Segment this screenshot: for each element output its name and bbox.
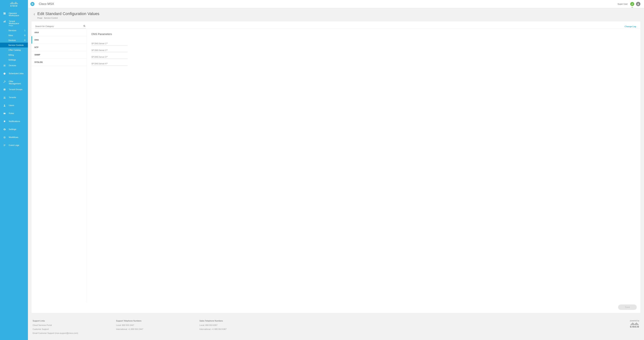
logs-icon [3,144,6,147]
footer-support-link-0[interactable]: Cloud Services Portal [33,324,105,326]
product-title: Cisco MSX [39,2,54,6]
sidebar-sub-item-devices-sub[interactable]: Devices0 [0,38,28,42]
svg-point-13 [4,97,4,97]
footer-sales-tel-1: International: +1 800 553 6387 [200,328,272,330]
back-button[interactable] [33,12,36,16]
sidebar-item-offer-management[interactable]: Offer Management [0,78,28,86]
dns-field-1[interactable]: SP DNS Server 1:* [92,42,128,45]
menu-icon [3,64,6,67]
field-label: SP DNS Server 4: [92,62,106,65]
svg-rect-0 [4,12,4,13]
sidebar-item-operator-workspace[interactable]: Operator Workspace [0,10,28,18]
category-item-dns[interactable]: DNS [32,36,87,44]
sidebar-item-roles[interactable]: Roles [0,110,28,118]
sidebar-item-label: Roles [9,112,26,114]
save-button[interactable]: Save [618,305,637,310]
hamburger-icon [31,3,34,5]
required-asterisk: * [106,42,107,44]
tools-icon [3,80,6,83]
sidebar-sub-item-label: Offer Catalog [8,49,21,51]
powered-brand: CISCO [630,325,639,328]
footer-support-tel-title: Support Telephone Numbers [116,320,188,322]
sidebar-item-settings[interactable]: Settings [0,126,28,134]
field-label: SP DNS Server 3: [92,56,106,58]
required-asterisk: * [106,56,107,58]
sidebar-item-users[interactable]: Users [0,102,28,110]
status-indicator[interactable] [630,2,634,6]
topbar: Cisco MSX Super User [28,0,644,8]
crumb-section[interactable]: Service Control [44,17,58,19]
sidebar-sub-item-badge: 0 [24,39,26,41]
footer-support-link-2[interactable]: Email Customer Support (msx-support@cisc… [33,332,105,334]
category-item-aaa[interactable]: AAA [32,29,87,36]
svg-point-12 [4,89,5,90]
sidebar-item-label: Notifications [9,120,26,122]
required-asterisk: * [106,49,107,51]
required-asterisk: * [106,62,107,65]
sidebar-item-workflows[interactable]: Workflows [0,134,28,142]
footer-support-tel: Support Telephone Numbers Local: 800 553… [116,320,188,336]
category-item-snmp[interactable]: SNMP [32,51,87,58]
field-label: SP DNS Server 2: [92,49,106,51]
sidebar-sub-item-offer-catalog[interactable]: Offer Catalog [0,47,28,52]
dashboard-icon [3,12,6,15]
sidebar-item-devices[interactable]: Devices [0,62,28,70]
sidebar-sub-item-services[interactable]: Services1 [0,28,28,33]
main: Cisco MSX Super User Edit Standard Confi… [28,0,644,340]
page-header: Edit Standard Configuration Values Pespi… [28,8,644,21]
sidebar-item-label: Tenant Groups [9,88,26,90]
sidebar-item-sublabel: Pespi [9,24,26,26]
footer-support-tel-0: Local: 800 553 2447 [116,324,188,326]
sidebar-item-scheduled-jobs[interactable]: Scheduled Jobs [0,70,28,78]
sidebar-item-label: Devices [9,64,26,66]
sidebar-sub-item-sites[interactable]: Sites0 [0,33,28,38]
menu-toggle-button[interactable] [30,2,34,6]
gear-icon [3,128,6,131]
dns-field-2[interactable]: SP DNS Server 2:* [92,49,128,52]
sidebar-sub-item-label: Billing [8,54,14,56]
sidebar-item-tenant-groups[interactable]: Tenant Groups [0,86,28,94]
svg-rect-4 [4,21,4,22]
user-avatar-button[interactable] [636,2,640,6]
footer-powered-by: powered by CISCO [630,320,639,336]
dns-field-3[interactable]: SP DNS Server 3:* [92,55,128,59]
change-log-link[interactable]: Change Log [624,25,636,27]
sidebar-item-notifications[interactable]: Notifications [0,118,28,126]
clock-icon [3,72,6,75]
footer-sales-tel-title: Sales Telephone Numbers [200,320,272,322]
svg-rect-16 [4,113,6,114]
chart-icon [3,20,6,23]
sidebar-item-label: Event Logs [9,144,26,146]
sidebar-item-tenants[interactable]: Tenants [0,94,28,102]
config-card: Change Log AAADNSNTPSNMPSYSLOG DNS Param… [32,21,640,313]
sidebar: cisco Operator WorkspaceTenant Workspace… [0,0,28,340]
sidebar-item-event-logs[interactable]: Event Logs [0,142,28,150]
sidebar-sub-item-billing[interactable]: Billing [0,52,28,57]
footer-support-links: Support Links Cloud Services PortalCusto… [33,320,105,336]
user-icon [3,104,6,107]
category-search-input[interactable] [35,24,86,29]
powered-by-label: powered by [630,320,639,322]
crumb-tenant[interactable]: Pespi [37,17,42,19]
chevron-left-icon [34,13,35,15]
sidebar-item-label: Scheduled Jobs [9,72,26,74]
category-item-syslog[interactable]: SYSLOG [32,58,87,66]
svg-point-17 [4,113,4,114]
sidebar-sub-item-label: Service Controls [8,44,24,46]
category-item-ntp[interactable]: NTP [32,44,87,51]
svg-point-14 [5,97,5,97]
sidebar-item-label: Workflows [9,136,26,138]
sidebar-item-tenant-workspace[interactable]: Tenant WorkspacePespi [0,18,28,28]
footer-support-link-1[interactable]: Customer Support [33,328,105,330]
dns-field-4[interactable]: SP DNS Server 4:* [92,62,128,66]
svg-rect-6 [5,20,6,22]
sidebar-sub-item-badge: 1 [24,29,26,31]
current-user-label: Super User [618,3,628,5]
sidebar-sub-item-settings-sub[interactable]: Settings [0,57,28,62]
svg-line-29 [85,26,85,27]
search-icon [83,25,86,28]
footer-support-tel-1: International: +1 800 553 2447 [116,328,188,330]
svg-point-15 [4,105,5,105]
sidebar-sub-item-service-controls[interactable]: Service Controls [0,42,28,47]
sidebar-item-label: Tenant Workspace [9,20,26,24]
